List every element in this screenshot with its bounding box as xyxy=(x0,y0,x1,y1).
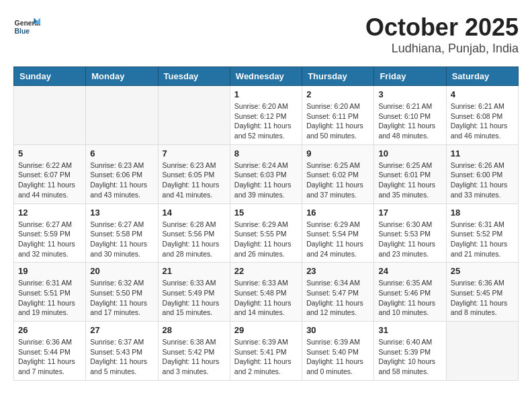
day-number: 29 xyxy=(234,325,298,335)
day-info: Sunrise: 6:25 AMSunset: 6:01 PMDaylight:… xyxy=(378,161,441,200)
calendar-cell: 25Sunrise: 6:36 AMSunset: 5:45 PMDayligh… xyxy=(446,263,518,322)
day-info: Sunrise: 6:33 AMSunset: 5:48 PMDaylight:… xyxy=(234,278,298,318)
day-info: Sunrise: 6:30 AMSunset: 5:53 PMDaylight:… xyxy=(378,220,441,259)
calendar-week-1: 1Sunrise: 6:20 AMSunset: 6:12 PMDaylight… xyxy=(14,86,519,145)
day-info: Sunrise: 6:21 AMSunset: 6:10 PMDaylight:… xyxy=(378,101,441,141)
col-wednesday: Wednesday xyxy=(230,67,302,86)
calendar-cell xyxy=(446,322,518,381)
calendar-cell: 4Sunrise: 6:21 AMSunset: 6:08 PMDaylight… xyxy=(446,86,518,145)
day-info: Sunrise: 6:27 AMSunset: 5:58 PMDaylight:… xyxy=(90,220,153,259)
calendar-cell: 8Sunrise: 6:24 AMSunset: 6:03 PMDaylight… xyxy=(230,144,302,203)
calendar-cell: 13Sunrise: 6:27 AMSunset: 5:58 PMDayligh… xyxy=(86,203,158,263)
calendar-cell: 15Sunrise: 6:29 AMSunset: 5:55 PMDayligh… xyxy=(230,203,302,263)
calendar-cell: 16Sunrise: 6:29 AMSunset: 5:54 PMDayligh… xyxy=(302,203,374,263)
day-info: Sunrise: 6:40 AMSunset: 5:39 PMDaylight:… xyxy=(378,337,441,377)
day-number: 27 xyxy=(90,325,153,335)
col-sunday: Sunday xyxy=(14,67,86,86)
day-number: 26 xyxy=(18,325,81,335)
calendar-week-3: 12Sunrise: 6:27 AMSunset: 5:59 PMDayligh… xyxy=(14,203,519,263)
calendar-cell: 24Sunrise: 6:35 AMSunset: 5:46 PMDayligh… xyxy=(374,263,446,322)
day-info: Sunrise: 6:22 AMSunset: 6:07 PMDaylight:… xyxy=(18,161,81,200)
day-number: 4 xyxy=(451,89,514,99)
day-number: 1 xyxy=(234,89,298,99)
col-tuesday: Tuesday xyxy=(158,67,230,86)
calendar-week-5: 26Sunrise: 6:36 AMSunset: 5:44 PMDayligh… xyxy=(14,322,519,381)
calendar-cell: 14Sunrise: 6:28 AMSunset: 5:56 PMDayligh… xyxy=(158,203,230,263)
calendar-cell: 10Sunrise: 6:25 AMSunset: 6:01 PMDayligh… xyxy=(374,144,446,203)
calendar-cell: 1Sunrise: 6:20 AMSunset: 6:12 PMDaylight… xyxy=(230,86,302,145)
day-number: 14 xyxy=(163,208,226,218)
calendar-cell: 27Sunrise: 6:37 AMSunset: 5:43 PMDayligh… xyxy=(86,322,158,381)
day-number: 22 xyxy=(234,266,298,276)
calendar-cell: 9Sunrise: 6:25 AMSunset: 6:02 PMDaylight… xyxy=(302,144,374,203)
day-info: Sunrise: 6:28 AMSunset: 5:56 PMDaylight:… xyxy=(163,220,226,259)
day-number: 21 xyxy=(163,266,226,276)
calendar-cell xyxy=(158,86,230,145)
day-number: 13 xyxy=(90,208,153,218)
calendar-cell xyxy=(14,86,86,145)
page-header: General Blue October 2025 Ludhiana, Punj… xyxy=(13,13,519,56)
day-info: Sunrise: 6:23 AMSunset: 6:05 PMDaylight:… xyxy=(163,161,226,200)
calendar-cell: 31Sunrise: 6:40 AMSunset: 5:39 PMDayligh… xyxy=(374,322,446,381)
day-info: Sunrise: 6:20 AMSunset: 6:11 PMDaylight:… xyxy=(306,101,369,141)
day-number: 19 xyxy=(18,266,81,276)
calendar-header-row: Sunday Monday Tuesday Wednesday Thursday… xyxy=(14,67,519,86)
calendar-cell: 21Sunrise: 6:33 AMSunset: 5:49 PMDayligh… xyxy=(158,263,230,322)
calendar-cell: 11Sunrise: 6:26 AMSunset: 6:00 PMDayligh… xyxy=(446,144,518,203)
calendar-cell xyxy=(86,86,158,145)
calendar-cell: 26Sunrise: 6:36 AMSunset: 5:44 PMDayligh… xyxy=(14,322,86,381)
day-number: 31 xyxy=(378,325,441,335)
svg-text:Blue: Blue xyxy=(15,28,30,35)
day-number: 2 xyxy=(306,89,369,99)
calendar-week-2: 5Sunrise: 6:22 AMSunset: 6:07 PMDaylight… xyxy=(14,144,519,203)
logo-icon: General Blue xyxy=(13,13,40,40)
title-area: October 2025 Ludhiana, Punjab, India xyxy=(365,13,519,56)
day-number: 12 xyxy=(18,208,81,218)
day-info: Sunrise: 6:23 AMSunset: 6:06 PMDaylight:… xyxy=(90,161,153,200)
calendar-cell: 7Sunrise: 6:23 AMSunset: 6:05 PMDaylight… xyxy=(158,144,230,203)
day-info: Sunrise: 6:21 AMSunset: 6:08 PMDaylight:… xyxy=(451,101,514,141)
calendar-cell: 12Sunrise: 6:27 AMSunset: 5:59 PMDayligh… xyxy=(14,203,86,263)
day-number: 6 xyxy=(90,148,153,158)
day-number: 24 xyxy=(378,266,441,276)
day-number: 25 xyxy=(451,266,514,276)
calendar-cell: 5Sunrise: 6:22 AMSunset: 6:07 PMDaylight… xyxy=(14,144,86,203)
day-number: 23 xyxy=(306,266,369,276)
day-number: 28 xyxy=(163,325,226,335)
day-number: 30 xyxy=(306,325,369,335)
day-info: Sunrise: 6:39 AMSunset: 5:41 PMDaylight:… xyxy=(234,337,298,377)
calendar-cell: 29Sunrise: 6:39 AMSunset: 5:41 PMDayligh… xyxy=(230,322,302,381)
day-info: Sunrise: 6:36 AMSunset: 5:45 PMDaylight:… xyxy=(451,278,514,318)
calendar-cell: 22Sunrise: 6:33 AMSunset: 5:48 PMDayligh… xyxy=(230,263,302,322)
day-number: 8 xyxy=(234,148,298,158)
calendar-cell: 3Sunrise: 6:21 AMSunset: 6:10 PMDaylight… xyxy=(374,86,446,145)
day-info: Sunrise: 6:31 AMSunset: 5:51 PMDaylight:… xyxy=(18,278,81,318)
day-info: Sunrise: 6:31 AMSunset: 5:52 PMDaylight:… xyxy=(451,220,514,259)
day-info: Sunrise: 6:20 AMSunset: 6:12 PMDaylight:… xyxy=(234,101,298,141)
day-info: Sunrise: 6:24 AMSunset: 6:03 PMDaylight:… xyxy=(234,161,298,200)
day-info: Sunrise: 6:29 AMSunset: 5:54 PMDaylight:… xyxy=(306,220,369,259)
col-monday: Monday xyxy=(86,67,158,86)
calendar-cell: 20Sunrise: 6:32 AMSunset: 5:50 PMDayligh… xyxy=(86,263,158,322)
day-number: 11 xyxy=(451,148,514,158)
day-info: Sunrise: 6:25 AMSunset: 6:02 PMDaylight:… xyxy=(306,161,369,200)
day-info: Sunrise: 6:27 AMSunset: 5:59 PMDaylight:… xyxy=(18,220,81,259)
location: Ludhiana, Punjab, India xyxy=(365,42,519,56)
calendar-cell: 2Sunrise: 6:20 AMSunset: 6:11 PMDaylight… xyxy=(302,86,374,145)
day-info: Sunrise: 6:36 AMSunset: 5:44 PMDaylight:… xyxy=(18,337,81,377)
calendar-cell: 30Sunrise: 6:39 AMSunset: 5:40 PMDayligh… xyxy=(302,322,374,381)
day-info: Sunrise: 6:32 AMSunset: 5:50 PMDaylight:… xyxy=(90,278,153,318)
day-info: Sunrise: 6:26 AMSunset: 6:00 PMDaylight:… xyxy=(451,161,514,200)
col-friday: Friday xyxy=(374,67,446,86)
calendar-cell: 17Sunrise: 6:30 AMSunset: 5:53 PMDayligh… xyxy=(374,203,446,263)
day-info: Sunrise: 6:33 AMSunset: 5:49 PMDaylight:… xyxy=(163,278,226,318)
calendar-cell: 23Sunrise: 6:34 AMSunset: 5:47 PMDayligh… xyxy=(302,263,374,322)
calendar-cell: 19Sunrise: 6:31 AMSunset: 5:51 PMDayligh… xyxy=(14,263,86,322)
day-number: 18 xyxy=(451,208,514,218)
day-number: 10 xyxy=(378,148,441,158)
day-number: 20 xyxy=(90,266,153,276)
logo: General Blue xyxy=(13,13,43,40)
calendar-cell: 6Sunrise: 6:23 AMSunset: 6:06 PMDaylight… xyxy=(86,144,158,203)
calendar-cell: 28Sunrise: 6:38 AMSunset: 5:42 PMDayligh… xyxy=(158,322,230,381)
day-number: 3 xyxy=(378,89,441,99)
